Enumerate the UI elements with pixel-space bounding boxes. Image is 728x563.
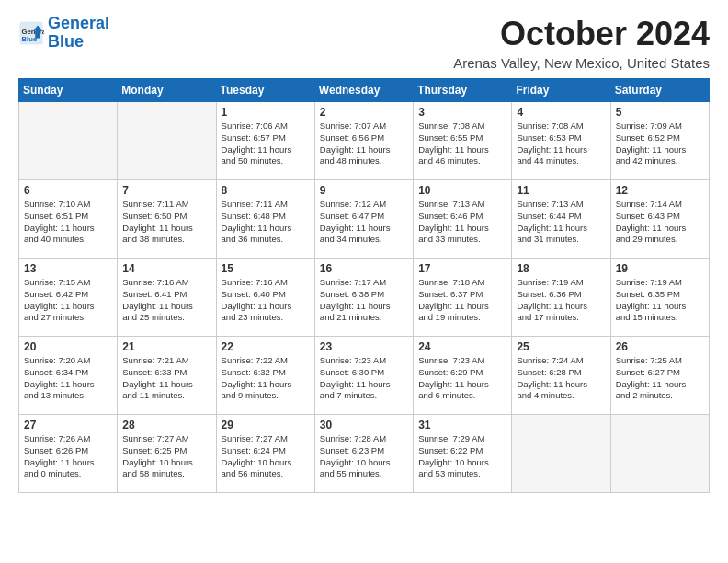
calendar-cell: 22Sunrise: 7:22 AMSunset: 6:32 PMDayligh… [216,337,314,415]
cell-info: Sunrise: 7:26 AMSunset: 6:26 PMDaylight:… [24,433,112,480]
calendar-cell: 14Sunrise: 7:16 AMSunset: 6:41 PMDayligh… [118,259,216,337]
day-number: 25 [517,340,605,353]
page-header: General Blue GeneralBlue October 2024 Ar… [18,15,710,71]
calendar-cell [118,102,216,180]
day-number: 17 [418,262,506,275]
location-title: Arenas Valley, New Mexico, United States [453,55,710,71]
day-number: 15 [222,262,310,275]
calendar-cell: 1Sunrise: 7:06 AMSunset: 6:57 PMDaylight… [216,102,314,180]
calendar-cell [610,415,709,493]
cell-info: Sunrise: 7:23 AMSunset: 6:29 PMDaylight:… [418,355,506,402]
day-number: 10 [418,184,506,197]
cell-info: Sunrise: 7:17 AMSunset: 6:38 PMDaylight:… [320,277,408,324]
title-area: October 2024 Arenas Valley, New Mexico, … [453,15,710,71]
calendar-cell: 12Sunrise: 7:14 AMSunset: 6:43 PMDayligh… [610,180,709,259]
cell-info: Sunrise: 7:25 AMSunset: 6:27 PMDaylight:… [616,355,704,402]
calendar-cell: 30Sunrise: 7:28 AMSunset: 6:23 PMDayligh… [314,415,413,493]
cell-info: Sunrise: 7:12 AMSunset: 6:47 PMDaylight:… [320,199,408,246]
cell-info: Sunrise: 7:20 AMSunset: 6:34 PMDaylight:… [24,355,112,402]
day-number: 6 [24,184,112,197]
day-number: 5 [616,106,704,119]
cell-info: Sunrise: 7:18 AMSunset: 6:37 PMDaylight:… [418,277,506,324]
day-number: 3 [418,106,506,119]
cell-info: Sunrise: 7:09 AMSunset: 6:52 PMDaylight:… [616,121,704,167]
calendar-cell: 11Sunrise: 7:13 AMSunset: 6:44 PMDayligh… [512,180,610,259]
calendar-day-header: Friday [512,79,610,102]
calendar-day-header: Thursday [414,79,512,102]
calendar-cell: 18Sunrise: 7:19 AMSunset: 6:36 PMDayligh… [512,259,610,337]
day-number: 22 [222,340,310,353]
cell-info: Sunrise: 7:19 AMSunset: 6:36 PMDaylight:… [517,277,605,324]
calendar-cell: 25Sunrise: 7:24 AMSunset: 6:28 PMDayligh… [512,337,610,415]
calendar-cell: 7Sunrise: 7:11 AMSunset: 6:50 PMDaylight… [118,180,216,259]
cell-info: Sunrise: 7:22 AMSunset: 6:32 PMDaylight:… [222,355,310,402]
day-number: 30 [320,419,408,431]
day-number: 9 [320,184,408,197]
day-number: 31 [418,419,506,431]
calendar-day-header: Monday [118,79,216,102]
calendar-cell: 9Sunrise: 7:12 AMSunset: 6:47 PMDaylight… [314,180,413,259]
calendar-cell: 19Sunrise: 7:19 AMSunset: 6:35 PMDayligh… [610,259,709,337]
cell-info: Sunrise: 7:13 AMSunset: 6:44 PMDaylight:… [517,199,605,246]
day-number: 11 [517,184,605,197]
calendar-cell [512,415,610,493]
day-number: 19 [616,262,704,275]
calendar-cell: 17Sunrise: 7:18 AMSunset: 6:37 PMDayligh… [414,259,512,337]
day-number: 8 [222,184,310,197]
calendar-cell: 24Sunrise: 7:23 AMSunset: 6:29 PMDayligh… [414,337,512,415]
cell-info: Sunrise: 7:27 AMSunset: 6:25 PMDaylight:… [122,433,210,480]
day-number: 13 [24,262,112,275]
cell-info: Sunrise: 7:07 AMSunset: 6:56 PMDaylight:… [320,121,408,167]
cell-info: Sunrise: 7:11 AMSunset: 6:50 PMDaylight:… [122,199,210,246]
cell-info: Sunrise: 7:11 AMSunset: 6:48 PMDaylight:… [222,199,310,246]
calendar-week-row: 13Sunrise: 7:15 AMSunset: 6:42 PMDayligh… [19,259,710,337]
day-number: 1 [222,106,310,119]
calendar-cell: 3Sunrise: 7:08 AMSunset: 6:55 PMDaylight… [414,102,512,180]
day-number: 24 [418,340,506,353]
day-number: 18 [517,262,605,275]
cell-info: Sunrise: 7:24 AMSunset: 6:28 PMDaylight:… [517,355,605,402]
day-number: 20 [24,340,112,353]
calendar-cell: 10Sunrise: 7:13 AMSunset: 6:46 PMDayligh… [414,180,512,259]
logo-text: GeneralBlue [48,15,109,52]
day-number: 14 [122,262,210,275]
calendar-week-row: 1Sunrise: 7:06 AMSunset: 6:57 PMDaylight… [19,102,710,180]
calendar-cell: 13Sunrise: 7:15 AMSunset: 6:42 PMDayligh… [19,259,118,337]
day-number: 29 [222,419,310,431]
cell-info: Sunrise: 7:16 AMSunset: 6:41 PMDaylight:… [122,277,210,324]
calendar-day-header: Sunday [19,79,118,102]
calendar-cell: 5Sunrise: 7:09 AMSunset: 6:52 PMDaylight… [610,102,709,180]
day-number: 28 [122,419,210,431]
calendar-cell: 27Sunrise: 7:26 AMSunset: 6:26 PMDayligh… [19,415,118,493]
cell-info: Sunrise: 7:19 AMSunset: 6:35 PMDaylight:… [616,277,704,324]
calendar-cell: 31Sunrise: 7:29 AMSunset: 6:22 PMDayligh… [414,415,512,493]
calendar-week-row: 6Sunrise: 7:10 AMSunset: 6:51 PMDaylight… [19,180,710,259]
calendar-table: SundayMondayTuesdayWednesdayThursdayFrid… [18,78,710,493]
day-number: 27 [24,419,112,431]
cell-info: Sunrise: 7:15 AMSunset: 6:42 PMDaylight:… [24,277,112,324]
day-number: 12 [616,184,704,197]
day-number: 23 [320,340,408,353]
calendar-cell [19,102,118,180]
month-title: October 2024 [453,15,710,53]
day-number: 4 [517,106,605,119]
cell-info: Sunrise: 7:10 AMSunset: 6:51 PMDaylight:… [24,199,112,246]
cell-info: Sunrise: 7:23 AMSunset: 6:30 PMDaylight:… [320,355,408,402]
calendar-cell: 2Sunrise: 7:07 AMSunset: 6:56 PMDaylight… [314,102,413,180]
day-number: 16 [320,262,408,275]
calendar-day-header: Saturday [610,79,709,102]
calendar-day-header: Tuesday [216,79,314,102]
day-number: 21 [122,340,210,353]
cell-info: Sunrise: 7:21 AMSunset: 6:33 PMDaylight:… [122,355,210,402]
logo-icon: General Blue [18,20,44,46]
calendar-cell: 21Sunrise: 7:21 AMSunset: 6:33 PMDayligh… [118,337,216,415]
calendar-header-row: SundayMondayTuesdayWednesdayThursdayFrid… [19,79,710,102]
calendar-cell: 26Sunrise: 7:25 AMSunset: 6:27 PMDayligh… [610,337,709,415]
cell-info: Sunrise: 7:13 AMSunset: 6:46 PMDaylight:… [418,199,506,246]
calendar-cell: 16Sunrise: 7:17 AMSunset: 6:38 PMDayligh… [314,259,413,337]
cell-info: Sunrise: 7:29 AMSunset: 6:22 PMDaylight:… [418,433,506,480]
cell-info: Sunrise: 7:06 AMSunset: 6:57 PMDaylight:… [222,121,310,167]
calendar-week-row: 27Sunrise: 7:26 AMSunset: 6:26 PMDayligh… [19,415,710,493]
calendar-cell: 29Sunrise: 7:27 AMSunset: 6:24 PMDayligh… [216,415,314,493]
calendar-cell: 8Sunrise: 7:11 AMSunset: 6:48 PMDaylight… [216,180,314,259]
